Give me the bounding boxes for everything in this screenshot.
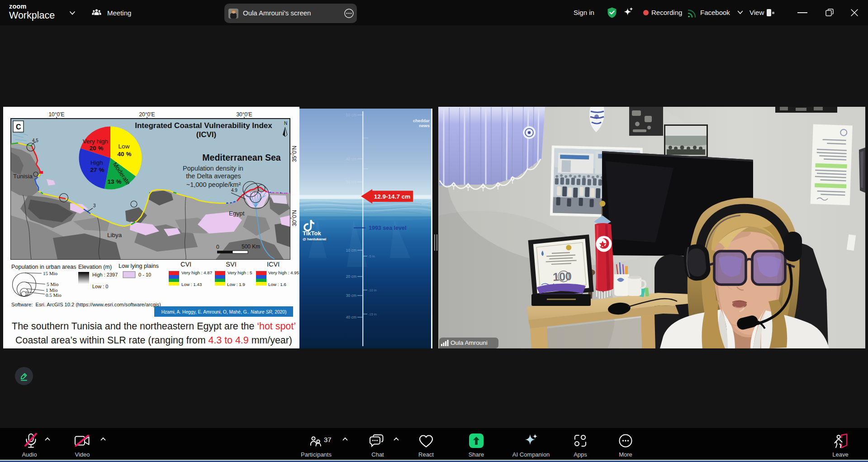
svg-text:~1,000 people/km²: ~1,000 people/km² (186, 181, 241, 188)
svg-text:Elevation (m): Elevation (m) (78, 264, 112, 270)
svg-text:High : 2397: High : 2397 (92, 272, 118, 277)
svg-text:27 %: 27 % (90, 167, 104, 173)
svg-text:20 %: 20 % (90, 145, 104, 152)
svg-text:-5 in: -5 in (368, 254, 375, 258)
svg-text:13 %: 13 % (108, 178, 122, 185)
svg-text:0.5 Mio: 0.5 Mio (46, 292, 62, 298)
svg-text:Very high : 4.95: Very high : 4.95 (268, 270, 299, 275)
svg-text:35°0'N: 35°0'N (291, 146, 298, 162)
svg-text:Integrated Coastal Vulnerabili: Integrated Coastal Vulnerability Index (135, 121, 272, 130)
svg-text:Egypt: Egypt (229, 210, 245, 217)
svg-text:the Delta averages: the Delta averages (186, 172, 241, 180)
svg-text:Hzami, A. Heggy, E. Amrouni, O: Hzami, A. Heggy, E. Amrouni, O, Mahé, G.… (161, 310, 287, 314)
svg-text:news: news (419, 123, 430, 128)
svg-text:-15 in: -15 in (368, 312, 377, 316)
svg-text:500 Km: 500 Km (242, 243, 260, 250)
svg-text:Software: Esri. ArcGIS 10.2 (: Software: Esri. ArcGIS 10.2 (https://www… (11, 302, 161, 307)
svg-text:Low lying plains: Low lying plains (119, 263, 159, 269)
svg-text:0: 0 (216, 244, 219, 250)
svg-text:1993 sea level: 1993 sea level (369, 225, 406, 231)
svg-text:40 %: 40 % (118, 151, 132, 157)
svg-text:C: C (16, 123, 21, 131)
svg-text:Mediterranean Sea: Mediterranean Sea (202, 152, 281, 162)
svg-text:@ hantukanal: @ hantukanal (303, 237, 326, 241)
svg-text:5 Mio: 5 Mio (47, 281, 59, 287)
svg-text:4.5: 4.5 (32, 138, 38, 143)
svg-text:Tunisia: Tunisia (13, 173, 33, 180)
svg-text:Very high: Very high (83, 138, 108, 145)
svg-text:3: 3 (93, 203, 96, 208)
svg-text:High: High (90, 159, 103, 166)
svg-text:40 cm: 40 cm (346, 315, 356, 319)
svg-text:Low : 1.6: Low : 1.6 (268, 282, 286, 287)
svg-text:CVI: CVI (180, 261, 191, 268)
svg-text:Low : 1.43: Low : 1.43 (181, 282, 202, 287)
svg-text:-10 in: -10 in (368, 288, 377, 292)
svg-text:The southern Tunisia and the n: The southern Tunisia and the northeaster… (12, 321, 296, 332)
svg-text:50 cm: 50 cm (346, 113, 356, 117)
svg-text:30°0'N: 30°0'N (291, 210, 298, 226)
svg-text:40 cm: 40 cm (346, 157, 356, 161)
svg-text:30 cm: 30 cm (346, 180, 356, 184)
svg-text:Low : 1.9: Low : 1.9 (227, 282, 245, 287)
svg-text:cheddar: cheddar (413, 118, 430, 123)
svg-text:ICVI: ICVI (267, 261, 280, 268)
svg-text:SVI: SVI (226, 261, 236, 268)
svg-text:10 cm: 10 cm (346, 248, 356, 252)
svg-text:20 cm: 20 cm (346, 274, 356, 279)
svg-text:Coastal area’s within SLR rate: Coastal area’s within SLR rate (ranging … (15, 335, 292, 346)
svg-text:Low : 0: Low : 0 (92, 284, 108, 289)
svg-text:Libya: Libya (107, 232, 122, 238)
svg-text:Low: Low (119, 143, 130, 150)
svg-text:10°0'E: 10°0'E (48, 111, 64, 118)
svg-text:20°0'E: 20°0'E (139, 111, 155, 118)
svg-text:Very high : 5: Very high : 5 (228, 270, 252, 275)
svg-text:12.9-14.7 cm: 12.9-14.7 cm (374, 193, 410, 200)
svg-text:Very high : 4.87: Very high : 4.87 (181, 270, 212, 275)
svg-text:0 - 10: 0 - 10 (138, 272, 151, 277)
svg-text:TikTok: TikTok (303, 230, 321, 237)
svg-text:4.9: 4.9 (231, 188, 237, 193)
svg-text:N: N (284, 121, 287, 126)
svg-text:Population in urban areas: Population in urban areas (11, 264, 76, 270)
svg-text:(ICVI): (ICVI) (196, 130, 216, 139)
svg-text:30 cm: 30 cm (346, 293, 356, 298)
svg-text:30°0'E: 30°0'E (236, 111, 252, 118)
svg-text:15 Mio: 15 Mio (43, 271, 58, 276)
svg-text:Population density in: Population density in (183, 165, 243, 172)
